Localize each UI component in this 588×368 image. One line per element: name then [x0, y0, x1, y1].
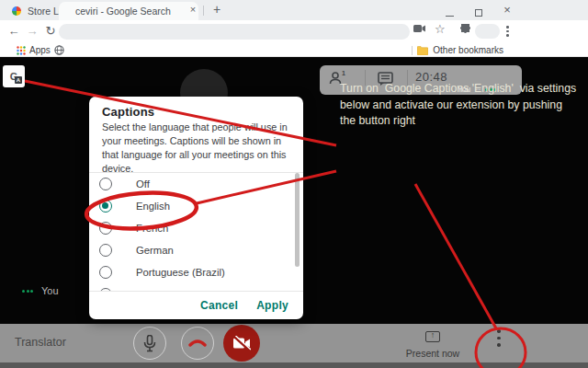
bookmarks-divider: [412, 46, 413, 55]
caption-language-list: Off English French German Portuguese (Br…: [89, 173, 303, 291]
camera-tab-icon[interactable]: [413, 24, 425, 33]
back-button[interactable]: ←: [6, 23, 22, 40]
tab-store-listing[interactable]: Store Listing: [7, 2, 59, 20]
leave-call-button[interactable]: [181, 327, 214, 360]
bookmarks-bar: Apps Other bookmarks: [0, 44, 588, 57]
caption-option-off[interactable]: Off: [89, 173, 303, 195]
window-restore-button[interactable]: [465, 4, 492, 17]
meet-bottom-bar: Translator Present now: [0, 324, 588, 362]
apps-grid-icon: [17, 46, 26, 55]
self-video-label: You: [22, 285, 59, 296]
svg-text:1: 1: [342, 71, 345, 76]
microphone-icon: [143, 335, 156, 352]
audio-activity-dots-icon: [22, 290, 33, 293]
dialog-description: Select the language that people will use…: [102, 121, 293, 176]
tab-strip: Store Listing ceviri - Google Search × +…: [0, 0, 588, 20]
tab-title: Store Listing: [28, 6, 59, 17]
window-close-button[interactable]: ×: [493, 4, 521, 17]
radio-selected-icon: [99, 200, 112, 213]
caption-option-german[interactable]: German: [89, 239, 303, 261]
translate-extension-icon[interactable]: GA: [3, 65, 25, 87]
radio-icon: [99, 244, 112, 257]
window-minimize-button[interactable]: [435, 4, 463, 17]
radio-icon: [99, 266, 112, 279]
annotation-instructions: Turn on Google Captions 'English' via se…: [340, 81, 579, 130]
browser-toolbar: ← → ↻ ☆: [0, 20, 588, 44]
dialog-scrollbar[interactable]: [295, 173, 300, 267]
browser-chrome: Store Listing ceviri - Google Search × +…: [0, 0, 588, 57]
other-bookmarks-label: Other bookmarks: [433, 45, 503, 55]
camera-off-button[interactable]: [223, 325, 260, 362]
extensions-puzzle-icon[interactable]: [459, 24, 471, 36]
participant-name-label: Translator: [15, 336, 66, 349]
caption-option-portuguese-brazil[interactable]: Portuguese (Brazil): [89, 261, 303, 283]
new-tab-button[interactable]: +: [209, 3, 224, 17]
apps-label: Apps: [29, 45, 51, 55]
browser-menu-kebab-icon[interactable]: [506, 26, 509, 37]
globe-bookmark-icon[interactable]: [54, 45, 64, 55]
reload-button[interactable]: ↻: [42, 23, 59, 40]
radio-icon: [99, 222, 112, 235]
bookmark-star-icon[interactable]: ☆: [435, 22, 446, 36]
cancel-button[interactable]: Cancel: [200, 299, 238, 312]
hangup-phone-icon: [188, 339, 207, 348]
microphone-button[interactable]: [133, 327, 166, 360]
other-bookmarks[interactable]: Other bookmarks: [412, 45, 503, 55]
you-label: You: [41, 285, 59, 296]
close-tab-icon[interactable]: ×: [187, 4, 199, 17]
profile-avatar[interactable]: [475, 24, 500, 39]
tab-ceviri-google-search[interactable]: ceviri - Google Search: [59, 2, 198, 20]
present-screen-icon: [425, 331, 440, 342]
caption-option-french[interactable]: French: [89, 217, 303, 239]
meet-more-options-kebab-icon[interactable]: [497, 329, 501, 347]
apps-shortcut[interactable]: Apps: [17, 45, 64, 55]
forward-button[interactable]: →: [24, 23, 40, 40]
radio-icon: [99, 178, 112, 190]
page-bottom-strip: [0, 362, 588, 368]
dialog-actions: Cancel Apply: [89, 292, 303, 319]
present-now-button[interactable]: Present now: [405, 329, 460, 359]
tab-divider: [203, 6, 204, 16]
dialog-title: Captions: [102, 105, 154, 119]
caption-option-spanish-mexico[interactable]: Spanish (Mexico): [89, 283, 303, 291]
captions-dialog: Captions Select the language that people…: [89, 97, 303, 319]
address-bar[interactable]: [59, 24, 410, 40]
tab-title: ceviri - Google Search: [75, 6, 171, 17]
folder-icon: [417, 46, 428, 55]
camera-off-icon: [232, 336, 251, 351]
present-now-label: Present now: [405, 348, 460, 359]
caption-option-english[interactable]: English: [89, 195, 303, 217]
apply-button[interactable]: Apply: [256, 299, 288, 312]
